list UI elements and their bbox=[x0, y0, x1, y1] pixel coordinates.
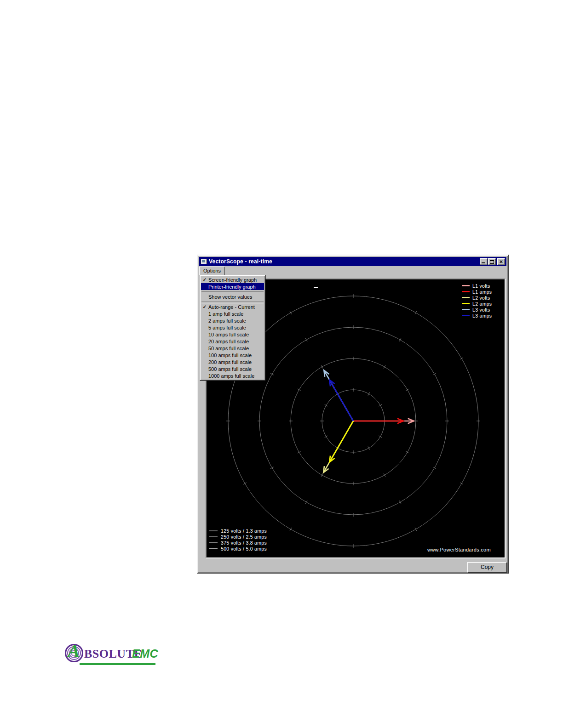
menu-options[interactable]: Options bbox=[199, 267, 225, 275]
grid-tick bbox=[298, 451, 301, 453]
watermark: www.PowerStandards.com bbox=[427, 547, 491, 552]
menu-item-label: 50 amps full scale bbox=[208, 346, 249, 351]
logo-underline bbox=[80, 663, 155, 665]
menu-item-10-amps-full-scale[interactable]: 10 amps full scale bbox=[201, 331, 264, 338]
white-dash bbox=[314, 287, 318, 288]
menu-item-100-amps-full-scale[interactable]: 100 amps full scale bbox=[201, 352, 264, 358]
grid-tick bbox=[368, 392, 370, 396]
legend-swatch bbox=[462, 303, 470, 304]
menu-item-label: 100 amps full scale bbox=[208, 353, 252, 358]
grid-tick bbox=[243, 483, 247, 484]
legend-swatch bbox=[462, 291, 470, 292]
legend-label: L2 volts bbox=[472, 295, 490, 301]
menu-separator bbox=[201, 290, 264, 293]
legend-label: 125 volts / 1.3 amps bbox=[221, 528, 267, 534]
legend-swatch bbox=[462, 309, 470, 310]
legend-item-l2-volts: L2 volts bbox=[462, 295, 492, 301]
vector-l3-amps bbox=[329, 380, 353, 421]
legend-item-125-volts-1-3-amps: 125 volts / 1.3 amps bbox=[209, 528, 267, 534]
minimize-button[interactable] bbox=[480, 258, 488, 265]
grid-tick bbox=[399, 500, 401, 504]
legend-label: L1 volts bbox=[472, 283, 490, 289]
grid-tick bbox=[305, 500, 307, 504]
grid-tick bbox=[270, 373, 274, 375]
grid-tick bbox=[321, 365, 323, 369]
vector-l2-amps bbox=[329, 421, 353, 462]
grid-tick bbox=[384, 365, 385, 369]
grid-tick bbox=[460, 358, 463, 359]
grid-tick bbox=[399, 338, 401, 341]
grid-tick bbox=[321, 473, 323, 477]
grid-tick bbox=[415, 528, 417, 531]
grid-tick bbox=[433, 373, 436, 375]
grid-tick bbox=[290, 311, 292, 314]
close-button[interactable]: ✕ bbox=[497, 258, 505, 265]
menu-item-label: Printer-friendly graph bbox=[208, 284, 256, 290]
grid-tick bbox=[325, 436, 328, 438]
close-icon: ✕ bbox=[498, 259, 505, 265]
grid-tick bbox=[415, 311, 417, 314]
minimize-icon bbox=[482, 262, 485, 263]
menu-item-screen-friendly-graph[interactable]: ✓Screen-friendly graph bbox=[201, 276, 264, 283]
legend-item-l1-volts: L1 volts bbox=[462, 283, 492, 289]
menu-item-20-amps-full-scale[interactable]: 20 amps full scale bbox=[201, 338, 264, 345]
grid-tick bbox=[460, 483, 463, 484]
menu-item-auto-range-current[interactable]: ✓Auto-range - Current bbox=[201, 303, 264, 310]
ring-scale-legend: 125 volts / 1.3 amps250 volts / 2.5 amps… bbox=[209, 528, 267, 552]
legend-swatch bbox=[462, 285, 470, 286]
legend-item-l1-amps: L1 amps bbox=[462, 289, 492, 295]
grid-tick bbox=[379, 404, 382, 406]
logo-word-emc: EMC bbox=[132, 647, 158, 660]
legend-label: 500 volts / 5.0 amps bbox=[221, 546, 267, 552]
legend-item-250-volts-2-5-amps: 250 volts / 2.5 amps bbox=[209, 534, 267, 540]
grid-tick bbox=[325, 404, 328, 406]
maximize-icon bbox=[490, 260, 494, 264]
menu-item-show-vector-values[interactable]: Show vector values bbox=[201, 293, 264, 300]
legend-item-l3-volts: L3 volts bbox=[462, 307, 492, 313]
checkmark-icon: ✓ bbox=[201, 277, 208, 282]
copy-button[interactable]: Copy bbox=[467, 562, 507, 573]
window-title: VectorScope - real-time bbox=[209, 258, 272, 265]
menu-item-5-amps-full-scale[interactable]: 5 amps full scale bbox=[201, 324, 264, 331]
legend-label: L2 amps bbox=[472, 301, 492, 307]
legend-label: L3 amps bbox=[472, 313, 492, 318]
legend-item-500-volts-5-0-amps: 500 volts / 5.0 amps bbox=[209, 546, 267, 552]
menu-item-200-amps-full-scale[interactable]: 200 amps full scale bbox=[201, 358, 264, 365]
legend-label: L1 amps bbox=[472, 289, 492, 295]
menu-item-label: 5 amps full scale bbox=[208, 325, 246, 330]
grid-tick bbox=[368, 446, 370, 449]
legend-label: 375 volts / 3.8 amps bbox=[221, 540, 267, 546]
menu-item-1-amp-full-scale[interactable]: 1 amp full scale bbox=[201, 310, 264, 317]
absolute-emc-logo: A BSOLUTE EMC bbox=[65, 643, 157, 667]
scale-swatch bbox=[209, 548, 218, 549]
grid-tick bbox=[270, 467, 274, 469]
menu-item-label: 500 amps full scale bbox=[208, 366, 252, 372]
menu-item-1000-amps-full-scale[interactable]: 1000 amps full scale bbox=[201, 372, 264, 379]
menu-item-50-amps-full-scale[interactable]: 50 amps full scale bbox=[201, 345, 264, 352]
grid-tick bbox=[406, 389, 409, 391]
legend-item-l3-amps: L3 amps bbox=[462, 313, 492, 318]
grid-tick bbox=[379, 436, 382, 438]
legend-item-375-volts-3-8-amps: 375 volts / 3.8 amps bbox=[209, 540, 267, 546]
menu-item-label: 2 amps full scale bbox=[208, 318, 246, 324]
app-icon bbox=[201, 259, 207, 264]
menu-item-label: Show vector values bbox=[208, 294, 252, 300]
menu-item-500-amps-full-scale[interactable]: 500 amps full scale bbox=[201, 365, 264, 372]
legend-label: 250 volts / 2.5 amps bbox=[221, 534, 267, 540]
menu-bar: Options bbox=[199, 266, 506, 275]
menu-item-printer-friendly-graph[interactable]: Printer-friendly graph bbox=[201, 283, 264, 290]
window-controls: ✕ bbox=[479, 258, 505, 265]
menu-item-label: 200 amps full scale bbox=[208, 359, 252, 365]
grid-tick bbox=[298, 389, 301, 391]
legend-swatch bbox=[462, 297, 470, 298]
maximize-button[interactable] bbox=[488, 258, 496, 265]
title-bar[interactable]: VectorScope - real-time ✕ bbox=[199, 257, 506, 266]
legend-swatch bbox=[462, 315, 470, 316]
menu-item-label: 10 amps full scale bbox=[208, 332, 249, 337]
grid-tick bbox=[406, 451, 409, 453]
menu-separator bbox=[201, 300, 264, 303]
grid-tick bbox=[290, 528, 292, 531]
menu-item-label: Auto-range - Current bbox=[208, 304, 255, 310]
menu-item-label: 1000 amps full scale bbox=[208, 373, 254, 379]
menu-item-2-amps-full-scale[interactable]: 2 amps full scale bbox=[201, 317, 264, 324]
